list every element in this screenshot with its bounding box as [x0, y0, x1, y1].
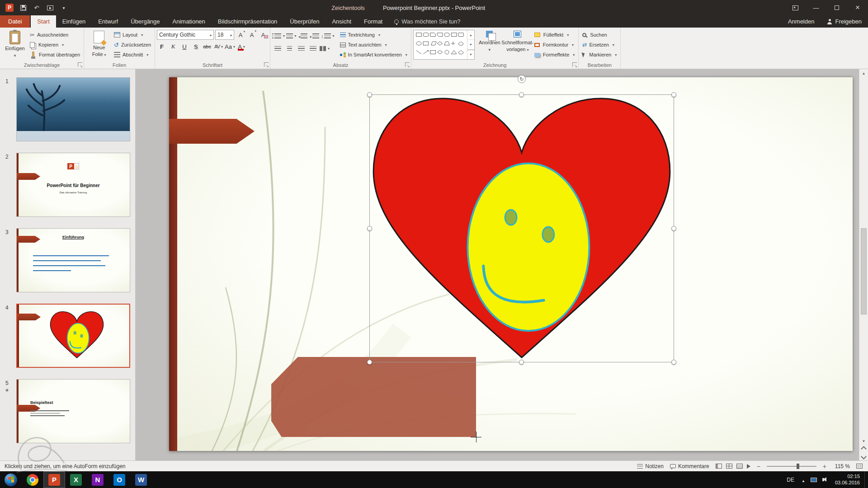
zoom-slider-knob[interactable]	[797, 464, 799, 469]
replace-button[interactable]: Ersetzen	[580, 40, 618, 50]
tab-einfuegen[interactable]: Einfügen	[56, 15, 92, 28]
paste-button[interactable]: Einfügen	[2, 29, 28, 61]
zoom-out-button[interactable]	[757, 463, 760, 470]
section-button[interactable]: Abschnitt	[112, 50, 153, 60]
underline-button[interactable]: U	[179, 42, 189, 52]
shapes-more-icon[interactable]: ▾	[467, 50, 474, 59]
drawn-autoshape[interactable]	[271, 357, 476, 437]
tab-format[interactable]: Format	[358, 15, 389, 28]
onenote-taskbar-button[interactable]: N	[87, 471, 108, 488]
outlook-taskbar-button[interactable]: O	[108, 471, 130, 488]
ribbon-display-options-button[interactable]	[785, 0, 806, 15]
bullets-button[interactable]	[272, 31, 285, 41]
tab-datei[interactable]: Datei	[0, 15, 30, 28]
shape-outline-button[interactable]: Formkontur	[533, 40, 577, 50]
dialog-launcher-icon[interactable]	[78, 62, 82, 67]
rotation-handle[interactable]	[518, 75, 526, 83]
previous-slide-button[interactable]	[861, 446, 867, 452]
find-button[interactable]: Suchen	[580, 30, 618, 40]
italic-button[interactable]: K	[168, 42, 178, 52]
slide-4-thumbnail[interactable]	[16, 304, 130, 368]
restore-button[interactable]	[826, 0, 847, 15]
select-button[interactable]: Markieren	[580, 50, 618, 60]
tab-animationen[interactable]: Animationen	[166, 15, 212, 28]
tab-bildschirmpraesentation[interactable]: Bildschirmpräsentation	[212, 15, 284, 28]
customize-qat-button[interactable]	[60, 4, 68, 12]
quick-styles-button[interactable]: Schnellformat- vorlagen	[505, 29, 531, 61]
decrease-indent-button[interactable]	[297, 31, 308, 41]
smiley-right-eye[interactable]	[542, 227, 554, 242]
strikethrough-button[interactable]: abc	[202, 42, 212, 52]
minimize-button[interactable]	[806, 0, 826, 15]
zoom-slider[interactable]	[767, 466, 816, 467]
selection-handle-nw[interactable]	[367, 92, 372, 97]
word-taskbar-button[interactable]: W	[130, 471, 152, 488]
slide-5-thumbnail[interactable]: Beispieltext	[16, 379, 130, 443]
font-color-button[interactable]: A	[236, 42, 246, 52]
justify-button[interactable]	[307, 43, 318, 53]
selection-handle-e[interactable]	[671, 226, 676, 231]
tell-me-box[interactable]: Was möchten Sie tun?	[389, 15, 466, 28]
powerpoint-taskbar-button[interactable]: P	[43, 471, 65, 488]
copy-button[interactable]: Kopieren	[28, 40, 82, 50]
slide-editor-area[interactable]	[136, 69, 859, 460]
slide-sorter-view-button[interactable]	[726, 464, 732, 469]
chrome-taskbar-button[interactable]	[22, 471, 43, 488]
arrange-button[interactable]: Anordnen	[476, 29, 503, 61]
scroll-down-button[interactable]: ▼	[859, 437, 868, 445]
font-family-combo[interactable]: Century Gothic	[157, 30, 214, 40]
selection-handle-sw[interactable]	[367, 360, 372, 365]
clear-formatting-button[interactable]: A	[258, 30, 268, 40]
start-button[interactable]	[0, 471, 22, 488]
text-direction-button[interactable]: Textrichtung	[338, 30, 409, 40]
tab-ansicht[interactable]: Ansicht	[326, 15, 358, 28]
character-spacing-button[interactable]: AV	[213, 42, 223, 52]
slide-3-thumbnail[interactable]: Einführung	[16, 228, 130, 292]
zoom-level[interactable]: 115 %	[833, 463, 850, 469]
layout-button[interactable]: Layout	[112, 30, 153, 40]
shape-fill-button[interactable]: Fülleffekt	[533, 30, 577, 40]
format-painter-button[interactable]: Format übertragen	[28, 50, 82, 60]
excel-taskbar-button[interactable]: X	[65, 471, 87, 488]
text-shadow-button[interactable]: S	[191, 42, 201, 52]
increase-font-button[interactable]: A	[236, 30, 245, 40]
shapes-scroll-down-icon[interactable]: ▾	[467, 40, 474, 49]
notes-button[interactable]: Notizen	[637, 463, 664, 469]
selection-handle-s[interactable]	[519, 360, 524, 365]
selection-handle-n[interactable]	[519, 92, 524, 97]
selection-handle-w[interactable]	[367, 226, 372, 231]
dialog-launcher-icon[interactable]	[264, 62, 269, 67]
align-center-button[interactable]	[284, 43, 295, 53]
slideshow-view-button[interactable]	[747, 464, 750, 469]
show-hidden-icons-button[interactable]	[799, 476, 808, 484]
tab-entwurf[interactable]: Entwurf	[92, 15, 124, 28]
slide-2-thumbnail[interactable]: P PowerPoint für Beginner Das ultimative…	[16, 153, 130, 217]
start-slideshow-button[interactable]	[46, 4, 54, 12]
selection-handle-ne[interactable]	[671, 92, 676, 97]
scrollbar-thumb[interactable]	[861, 228, 867, 314]
bold-button[interactable]: F	[157, 42, 167, 52]
tray-display-icon[interactable]	[811, 478, 817, 482]
freigeben-button[interactable]: Freigeben	[821, 15, 868, 28]
undo-button[interactable]	[33, 4, 41, 12]
language-indicator[interactable]: DE	[782, 477, 799, 483]
line-spacing-button[interactable]	[321, 31, 335, 41]
reading-view-button[interactable]	[736, 464, 743, 469]
tab-start[interactable]: Start	[31, 15, 56, 28]
slide-1-thumbnail[interactable]	[16, 77, 130, 141]
close-button[interactable]	[847, 0, 868, 15]
tray-volume-icon[interactable]	[822, 478, 828, 481]
show-desktop-button[interactable]	[864, 471, 868, 488]
fit-slide-to-window-button[interactable]	[856, 464, 863, 469]
zoom-in-button[interactable]	[823, 463, 826, 470]
dialog-launcher-icon[interactable]	[405, 62, 410, 67]
smiley-left-eye[interactable]	[505, 210, 517, 225]
shape-effects-button[interactable]: Formeffekte	[533, 50, 577, 60]
normal-view-button[interactable]	[716, 464, 722, 469]
reset-button[interactable]: Zurücksetzen	[112, 40, 153, 50]
heart-shape[interactable]	[370, 95, 674, 362]
columns-button[interactable]	[319, 43, 330, 53]
banner-arrow-shape[interactable]	[169, 119, 255, 144]
tab-ueberpruefen[interactable]: Überprüfen	[283, 15, 326, 28]
smiley-face-shape[interactable]	[467, 163, 589, 331]
